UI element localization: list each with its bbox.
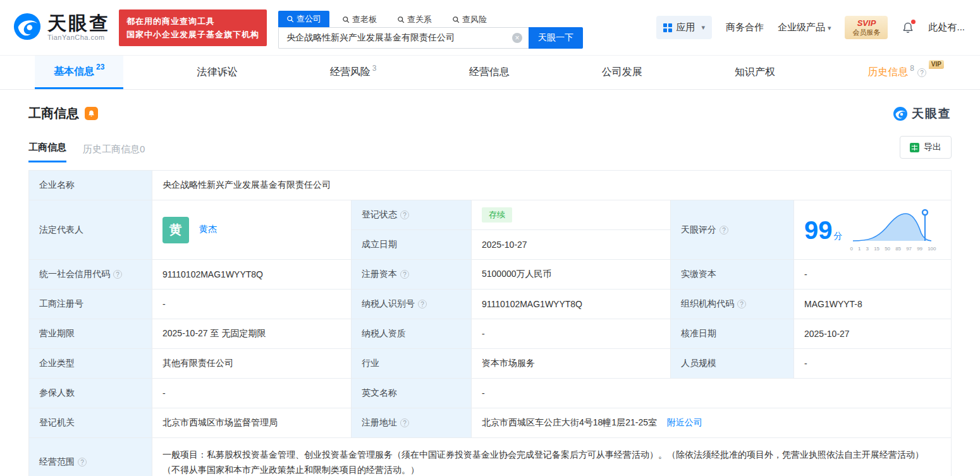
company-type-value: 其他有限责任公司: [152, 349, 352, 379]
search-icon: [452, 16, 460, 23]
field-label: 纳税人资质: [362, 328, 406, 339]
taxpayer-quality-value: -: [472, 319, 671, 349]
help-icon[interactable]: [720, 226, 728, 235]
reg-authority-value: 北京市西城区市场监督管理局: [152, 408, 352, 438]
field-label: 注册地址: [362, 417, 397, 429]
taxpayer-id-value: 91110102MAG1WYYT8Q: [472, 290, 671, 319]
svip-title: SVIP: [852, 18, 880, 28]
tab-basic-info[interactable]: 基本信息 23: [35, 56, 123, 89]
field-label: 组织机构代码: [681, 298, 734, 310]
paid-capital-value: -: [794, 260, 952, 290]
help-icon[interactable]: [737, 300, 746, 308]
field-label: 法定代表人: [39, 224, 83, 236]
tianyancha-logo[interactable]: 天眼查 TianYanCha.com: [13, 12, 110, 44]
nearby-companies-link[interactable]: 附近公司: [667, 417, 702, 427]
brand-name: 天眼查: [47, 13, 110, 34]
search-icon: [397, 16, 405, 23]
notifications-bell-icon[interactable]: [902, 21, 914, 35]
score-value: 99: [804, 216, 833, 244]
table-row: 经营范围 一般项目：私募股权投资基金管理、创业投资基金管理服务（须在中国证券投资…: [29, 438, 952, 476]
table-row: 企业类型 其他有限责任公司 行业 资本市场服务 人员规模 -: [29, 349, 952, 379]
field-label: 统一社会信用代码: [39, 269, 110, 280]
table-row: 企业名称 央企战略性新兴产业发展基金有限责任公司: [29, 171, 952, 200]
user-account[interactable]: 此处有...: [928, 21, 965, 34]
export-button[interactable]: 导出: [900, 136, 952, 159]
help-icon[interactable]: [418, 300, 427, 308]
vip-badge: VIP: [929, 60, 944, 69]
slogan-banner: 都在用的商业查询工具 国家中小企业发展子基金旗下机构: [119, 9, 267, 46]
search-button[interactable]: 天眼一下: [529, 27, 583, 49]
legal-rep-avatar[interactable]: 黄: [162, 217, 189, 243]
tab-history-info[interactable]: 历史信息 8 VIP: [848, 56, 945, 89]
tab-intellectual-property[interactable]: 知识产权: [716, 56, 794, 89]
search-icon: [286, 15, 294, 23]
legal-rep-name-link[interactable]: 黄杰: [199, 224, 217, 234]
score-unit: 分: [834, 231, 843, 241]
slogan-line2: 国家中小企业发展子基金旗下机构: [126, 28, 259, 41]
tianyan-score: 99分 0131550859799100: [804, 208, 941, 252]
watermark-brand: 天眼查: [912, 106, 952, 122]
help-icon[interactable]: [400, 418, 409, 427]
field-label: 参保人数: [39, 388, 75, 399]
field-label: 成立日期: [362, 239, 397, 250]
help-icon[interactable]: [917, 68, 926, 77]
help-icon[interactable]: [113, 270, 122, 279]
tab-operating-risk[interactable]: 经营风险 3: [311, 56, 396, 89]
field-label: 经营范围: [39, 456, 75, 468]
apps-menu-button[interactable]: 应用: [656, 16, 712, 39]
subscribe-bell-icon[interactable]: [85, 107, 98, 120]
subtab-business-registration[interactable]: 工商信息: [28, 142, 66, 162]
excel-icon: [910, 143, 919, 152]
company-section-tabs: 基本信息 23 法律诉讼 经营风险 3 经营信息 公司发展 知识产权 历史信息 …: [0, 56, 980, 90]
help-icon[interactable]: [400, 211, 409, 219]
enterprise-products-menu[interactable]: 企业级产品: [778, 21, 831, 34]
search-tab-boss[interactable]: 查老板: [338, 12, 381, 27]
reg-number-value: -: [152, 290, 352, 319]
org-code-value: MAG1WYYT-8: [794, 290, 952, 319]
svip-member-button[interactable]: SVIP 会员服务: [845, 16, 888, 39]
clear-search-icon[interactable]: [512, 33, 522, 43]
business-scope-value: 一般项目：私募股权投资基金管理、创业投资基金管理服务（须在中国证券投资基金业协会…: [162, 444, 941, 476]
credit-code-value: 91110102MAG1WYYT8Q: [152, 260, 352, 290]
field-label: 企业名称: [39, 180, 75, 191]
field-label: 注册资本: [362, 269, 397, 280]
search-tabs: 查公司 查老板 查关系 查风险: [278, 11, 583, 27]
tab-company-development[interactable]: 公司发展: [583, 56, 661, 89]
establish-date-value: 2025-10-27: [472, 230, 671, 260]
search-tab-company[interactable]: 查公司: [278, 11, 329, 27]
notification-dot: [911, 20, 916, 24]
tianyancha-logo-icon: [893, 106, 908, 121]
tab-business-info[interactable]: 经营信息: [450, 56, 529, 89]
tianyancha-watermark: 天眼查: [893, 106, 952, 122]
field-label: 登记状态: [362, 209, 397, 221]
svip-subtitle: 会员服务: [852, 28, 880, 37]
tianyancha-logo-icon: [13, 12, 42, 44]
search-tab-relation[interactable]: 查关系: [393, 12, 436, 27]
industry-value: 资本市场服务: [472, 349, 671, 379]
field-label: 实缴资本: [681, 269, 716, 280]
table-row: 参保人数 - 英文名称 -: [29, 379, 952, 408]
company-name-value: 央企战略性新兴产业发展基金有限责任公司: [152, 171, 952, 200]
search-icon: [342, 16, 350, 23]
approval-date-value: 2025-10-27: [794, 319, 952, 349]
insured-count-value: -: [152, 379, 352, 408]
help-icon[interactable]: [400, 270, 409, 279]
business-cooperation-link[interactable]: 商务合作: [726, 21, 764, 34]
table-row: 统一社会信用代码 91110102MAG1WYYT8Q 注册资本 5100000…: [29, 260, 952, 290]
english-name-value: -: [472, 379, 952, 408]
grid-icon: [663, 23, 672, 32]
field-label: 营业期限: [39, 328, 75, 339]
business-term-value: 2025-10-27 至 无固定期限: [152, 319, 352, 349]
field-label: 登记机关: [39, 417, 75, 429]
subtab-history-registration[interactable]: 历史工商信息0: [83, 143, 145, 162]
tab-legal-proceedings[interactable]: 法律诉讼: [178, 56, 257, 89]
section-title: 工商信息: [28, 105, 79, 122]
brand-domain: TianYanCha.com: [47, 34, 110, 42]
field-label: 纳税人识别号: [362, 298, 415, 310]
company-search-input[interactable]: [278, 27, 529, 49]
field-label: 天眼评分: [681, 224, 716, 236]
help-icon[interactable]: [78, 458, 87, 467]
registration-status-badge: 存续: [482, 207, 512, 223]
main-content: 工商信息 天眼查 工商信息 历史工商信息0 导出 企业名称 央企战略性新兴产业发…: [0, 105, 980, 476]
search-tab-risk[interactable]: 查风险: [448, 12, 491, 27]
